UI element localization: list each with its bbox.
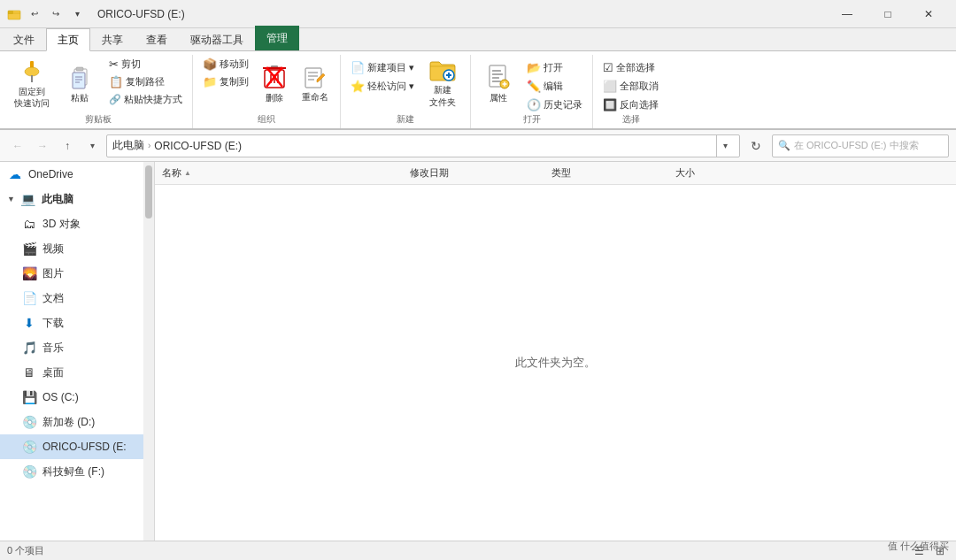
breadcrumb-root[interactable]: 此电脑: [112, 138, 144, 153]
sidebar-item-videos[interactable]: 🎬 视频: [0, 236, 154, 261]
sidebar-item-e-drive[interactable]: 💿 ORICO-UFSD (E:: [0, 434, 154, 459]
minimize-button[interactable]: —: [827, 0, 867, 28]
videos-label: 视频: [42, 242, 64, 257]
cut-button[interactable]: ✂ 剪切: [104, 55, 187, 73]
deselect-button[interactable]: ⬜ 全部取消: [598, 77, 663, 95]
refresh-button[interactable]: ↻: [744, 134, 768, 157]
qat-dropdown[interactable]: ▾: [67, 4, 87, 24]
watermark: 值 什么值得买: [888, 540, 949, 553]
move-to-button[interactable]: 📦 移动到: [198, 55, 253, 73]
copy-to-button[interactable]: 📁 复制到: [198, 73, 253, 90]
copy-icon: 📋: [109, 75, 123, 88]
cut-icon: ✂: [109, 58, 119, 71]
search-bar[interactable]: 🔍 在 ORICO-UFSD (E:) 中搜索: [772, 134, 949, 157]
column-modified-label: 修改日期: [410, 166, 449, 180]
title-bar: ↩ ↪ ▾ ORICO-UFSD (E:) — □ ✕: [0, 0, 956, 28]
tab-share[interactable]: 共享: [90, 28, 135, 51]
paste-shortcut-icon: 🔗: [109, 94, 121, 105]
this-pc-icon: 💻: [20, 191, 36, 207]
new-item-icon: 📄: [351, 61, 365, 74]
copy-label: 复制路径: [126, 75, 165, 88]
sidebar-scrollbar-thumb[interactable]: [145, 165, 152, 219]
invert-selection-button[interactable]: 🔲 反向选择: [598, 96, 663, 113]
sidebar-item-downloads[interactable]: ⬇ 下载: [0, 311, 154, 335]
sidebar-item-3d-objects[interactable]: 🗂 3D 对象: [0, 211, 154, 236]
select-all-button[interactable]: ☑ 全部选择: [598, 58, 663, 76]
expand-icon-this-pc: ▼: [7, 195, 15, 203]
sidebar-item-d-drive[interactable]: 💿 新加卷 (D:): [0, 410, 154, 434]
copy-button[interactable]: 📋 复制路径: [104, 73, 187, 90]
paste-button[interactable]: 粘贴: [57, 55, 103, 113]
sidebar-scrollbar-track[interactable]: [143, 162, 154, 541]
delete-icon: [263, 64, 286, 90]
pin-button[interactable]: 固定到快速访问: [9, 55, 55, 113]
svg-rect-29: [492, 77, 499, 79]
column-name-label: 名称: [162, 166, 181, 180]
open-button[interactable]: 📂 打开: [522, 58, 587, 76]
properties-button[interactable]: 属性: [476, 55, 520, 113]
tab-file[interactable]: 文件: [2, 28, 46, 51]
sort-icon-name: ▲: [184, 169, 191, 177]
deselect-label: 全部取消: [620, 80, 659, 93]
search-placeholder: 在 ORICO-UFSD (E:) 中搜索: [794, 139, 919, 152]
ribbon-group-select: ☑ 全部选择 ⬜ 全部取消 🔲 反向选择 选择: [593, 55, 668, 128]
close-button[interactable]: ✕: [908, 0, 949, 28]
column-header-modified[interactable]: 修改日期: [410, 166, 551, 180]
column-header-name[interactable]: 名称 ▲: [162, 166, 410, 180]
move-copy-col: 📦 移动到 📁 复制到: [198, 55, 253, 90]
sidebar-item-this-pc[interactable]: ▼ 💻 此电脑: [0, 187, 154, 211]
breadcrumb-current[interactable]: ORICO-UFSD (E:): [154, 140, 242, 152]
svg-rect-27: [492, 70, 501, 72]
address-dropdown-button[interactable]: ▾: [716, 134, 734, 157]
rename-button[interactable]: 重命名: [296, 55, 335, 113]
c-drive-icon: 💾: [21, 389, 37, 405]
tab-home[interactable]: 主页: [46, 28, 90, 51]
open-col: 📂 打开 ✏️ 编辑 🕐 历史记录: [522, 55, 587, 113]
clipboard-buttons: 固定到快速访问 粘贴: [9, 55, 187, 113]
new-folder-button[interactable]: 新建文件夹: [420, 55, 465, 113]
qat-redo[interactable]: ↪: [46, 4, 66, 24]
tab-manage[interactable]: 管理: [255, 26, 299, 50]
sidebar-item-f-drive[interactable]: 💿 科技鲟鱼 (F:): [0, 459, 154, 484]
move-to-label: 移动到: [220, 58, 249, 71]
column-header-size[interactable]: 大小: [675, 166, 782, 180]
paste-shortcut-button[interactable]: 🔗 粘贴快捷方式: [104, 90, 187, 108]
edit-button[interactable]: ✏️ 编辑: [522, 77, 587, 95]
desktop-icon: 🖥: [21, 364, 37, 380]
history-icon: 🕐: [527, 98, 541, 111]
open-label: 打开: [544, 61, 563, 74]
sidebar-item-music[interactable]: 🎵 音乐: [0, 335, 154, 360]
empty-folder-message: 此文件夹为空。: [515, 355, 596, 371]
tab-view[interactable]: 查看: [135, 28, 179, 51]
tab-drive-tools[interactable]: 驱动器工具: [179, 28, 255, 51]
search-icon: 🔍: [778, 140, 790, 151]
svg-rect-28: [492, 73, 503, 75]
clipboard-group-label: 剪贴板: [85, 113, 112, 128]
column-header-type[interactable]: 类型: [551, 166, 675, 180]
pin-icon: [19, 59, 44, 84]
organize-buttons: 📦 移动到 📁 复制到: [198, 55, 335, 113]
back-button[interactable]: ←: [7, 135, 28, 157]
sidebar-item-onedrive[interactable]: ☁ OneDrive: [0, 162, 154, 187]
sidebar-item-documents[interactable]: 📄 文档: [0, 286, 154, 311]
sidebar-item-desktop[interactable]: 🖥 桌面: [0, 360, 154, 385]
qat-undo[interactable]: ↩: [25, 4, 44, 24]
new-items-col: 📄 新建项目 ▾ ⭐ 轻松访问 ▾: [346, 55, 419, 95]
column-size-label: 大小: [675, 166, 695, 180]
onedrive-label: OneDrive: [28, 168, 73, 180]
sidebar-item-c-drive[interactable]: 💾 OS (C:): [0, 385, 154, 410]
edit-icon: ✏️: [527, 80, 541, 93]
new-item-button[interactable]: 📄 新建项目 ▾: [346, 58, 419, 76]
recent-locations-button[interactable]: ▾: [81, 135, 103, 157]
new-folder-icon: [429, 59, 456, 82]
address-bar[interactable]: 此电脑 › ORICO-UFSD (E:) ▾: [106, 134, 740, 157]
easy-access-button[interactable]: ⭐ 轻松访问 ▾: [346, 77, 419, 95]
3d-objects-label: 3D 对象: [42, 217, 81, 232]
maximize-button[interactable]: □: [867, 0, 908, 28]
sidebar-item-pictures[interactable]: 🌄 图片: [0, 261, 154, 286]
up-button[interactable]: ↑: [57, 135, 78, 157]
delete-button[interactable]: 删除: [255, 55, 294, 113]
history-button[interactable]: 🕐 历史记录: [522, 96, 587, 113]
forward-button[interactable]: →: [32, 135, 53, 157]
ribbon-group-clipboard: 固定到快速访问 粘贴: [4, 55, 193, 128]
